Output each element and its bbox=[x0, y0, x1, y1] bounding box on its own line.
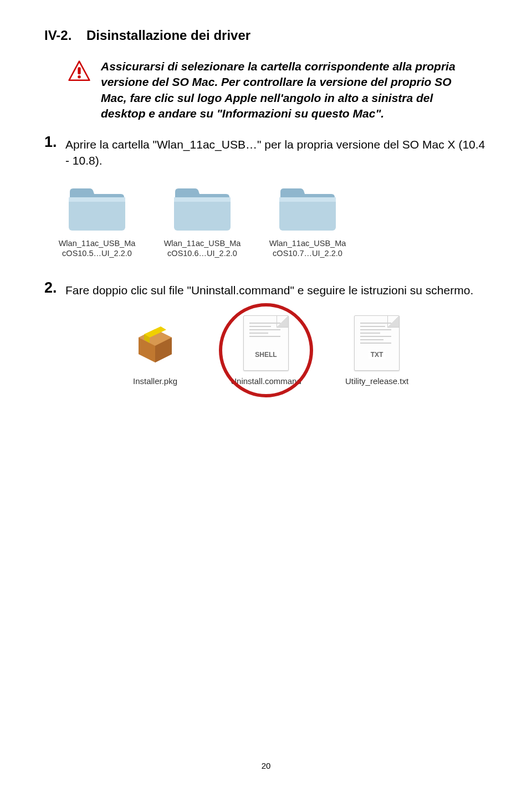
warning-icon bbox=[68, 60, 91, 83]
files-row: Installer.pkg SHELL Uninstall.command TX… bbox=[44, 315, 488, 386]
svg-point-2 bbox=[78, 75, 81, 79]
svg-rect-1 bbox=[78, 67, 80, 74]
doc-badge-txt: TXT bbox=[369, 350, 386, 359]
step-1-text: Aprire la cartella "Wlan_11ac_USB…" per … bbox=[65, 135, 488, 168]
section-title: Disinstallazione dei driver bbox=[86, 28, 250, 43]
package-icon bbox=[127, 315, 183, 371]
folder-icon bbox=[277, 185, 338, 234]
file-label: Utility_release.txt bbox=[345, 376, 408, 386]
svg-rect-3 bbox=[69, 197, 125, 231]
file-item-uninstall: SHELL Uninstall.command bbox=[219, 315, 313, 386]
folder-item: Wlan_11ac_USB_MacOS10.6…UI_2.2.0 bbox=[161, 185, 244, 258]
folder-label: Wlan_11ac_USB_MacOS10.7…UI_2.2.0 bbox=[269, 238, 346, 258]
doc-badge-shell: SHELL bbox=[253, 350, 279, 359]
warning-text: Assicurarsi di selezionare la cartella c… bbox=[101, 59, 456, 121]
warning-block: Assicurarsi di selezionare la cartella c… bbox=[44, 59, 488, 121]
file-label: Uninstall.command bbox=[231, 376, 301, 386]
folder-item: Wlan_11ac_USB_MacOS10.7…UI_2.2.0 bbox=[266, 185, 349, 258]
step-1-number: 1. bbox=[44, 135, 60, 150]
folder-label: Wlan_11ac_USB_MacOS10.5…UI_2.2.0 bbox=[59, 238, 136, 258]
folder-label: Wlan_11ac_USB_MacOS10.6…UI_2.2.0 bbox=[164, 238, 241, 258]
folders-row: Wlan_11ac_USB_MacOS10.5…UI_2.2.0 Wlan_11… bbox=[55, 185, 488, 258]
folder-icon bbox=[66, 185, 127, 234]
svg-rect-4 bbox=[69, 197, 125, 202]
step-1: 1. Aprire la cartella "Wlan_11ac_USB…" p… bbox=[44, 135, 488, 168]
svg-rect-5 bbox=[174, 197, 231, 231]
step-2-text: Fare doppio clic sul file "Uninstall.com… bbox=[65, 280, 473, 298]
svg-rect-6 bbox=[174, 197, 231, 202]
folder-icon bbox=[172, 185, 233, 234]
file-item-installer: Installer.pkg bbox=[108, 315, 202, 386]
txt-document-icon: TXT bbox=[354, 315, 400, 371]
shell-document-icon: SHELL bbox=[243, 315, 289, 371]
file-item-utility: TXT Utility_release.txt bbox=[330, 315, 424, 386]
step-2-number: 2. bbox=[44, 280, 60, 295]
svg-rect-7 bbox=[279, 197, 336, 231]
step-2: 2. Fare doppio clic sul file "Uninstall.… bbox=[44, 280, 488, 298]
svg-rect-8 bbox=[279, 197, 336, 202]
file-label: Installer.pkg bbox=[133, 376, 177, 386]
section-heading: IV-2. Disinstallazione dei driver bbox=[44, 28, 488, 43]
section-number: IV-2. bbox=[44, 28, 71, 43]
folder-item: Wlan_11ac_USB_MacOS10.5…UI_2.2.0 bbox=[55, 185, 139, 258]
page-number: 20 bbox=[0, 761, 532, 770]
